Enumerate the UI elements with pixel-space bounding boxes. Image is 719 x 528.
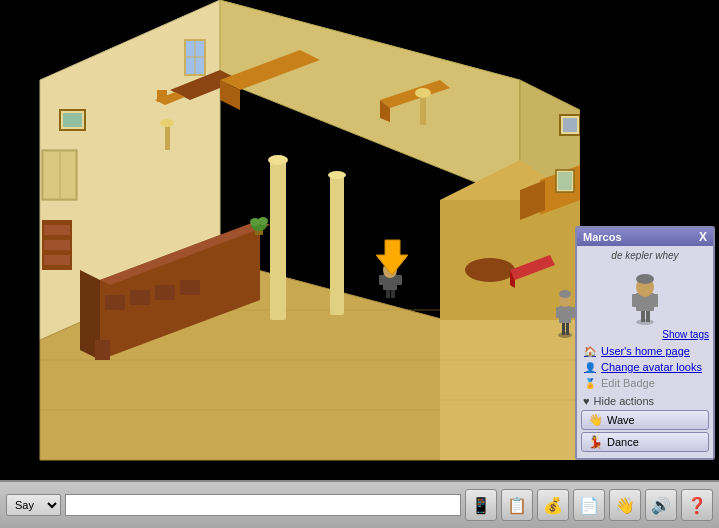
navigator-icon: 📱 [471, 496, 491, 515]
heart-icon: ♥ [583, 395, 590, 407]
svg-point-85 [636, 274, 654, 284]
svg-rect-83 [653, 294, 658, 307]
svg-rect-74 [556, 307, 560, 318]
home-page-link[interactable]: 🏠 User's home page [581, 343, 709, 359]
svg-rect-82 [632, 294, 637, 307]
user-panel-body: de kepler whey Show tags 🏠 User's home p… [577, 246, 713, 458]
user-avatar-area [581, 265, 709, 325]
svg-point-23 [328, 171, 346, 179]
svg-point-19 [258, 217, 268, 225]
badge-icon: 🏅 [583, 376, 597, 390]
avatar-icon: 👤 [583, 360, 597, 374]
help-button[interactable]: ❓ [681, 489, 713, 521]
svg-point-77 [559, 290, 571, 298]
svg-point-50 [465, 258, 515, 282]
dance-icon: 💃 [588, 435, 603, 449]
svg-rect-26 [157, 90, 167, 102]
svg-rect-33 [165, 125, 170, 150]
svg-rect-38 [63, 113, 82, 127]
svg-rect-49 [44, 255, 70, 265]
catalog-button[interactable]: 📋 [501, 489, 533, 521]
svg-rect-20 [270, 160, 286, 320]
sound-icon: 🔊 [651, 496, 671, 515]
chat-input[interactable] [65, 494, 461, 516]
svg-marker-67 [440, 320, 580, 460]
svg-rect-47 [44, 225, 70, 235]
furni-icon: 📄 [579, 496, 599, 515]
svg-rect-22 [330, 175, 344, 315]
svg-rect-40 [563, 118, 577, 132]
user-avatar [625, 265, 665, 325]
svg-rect-72 [566, 322, 569, 335]
svg-rect-31 [420, 95, 426, 125]
dance-button[interactable]: 💃 Dance [581, 432, 709, 452]
hand-button[interactable]: 👋 [609, 489, 641, 521]
username-label: Marcos [583, 231, 622, 243]
wave-button[interactable]: 👋 Wave [581, 410, 709, 430]
home-icon: 🏠 [583, 344, 597, 358]
catalog-icon: 📋 [507, 496, 527, 515]
navigator-button[interactable]: 📱 [465, 489, 497, 521]
svg-rect-71 [562, 322, 565, 335]
hand-icon: 👋 [615, 496, 635, 515]
user-panel: Marcos X de kepler whey Show tags 🏠 User… [575, 226, 715, 460]
say-dropdown[interactable]: Say Shout Whisper [6, 494, 61, 516]
sound-button[interactable]: 🔊 [645, 489, 677, 521]
svg-marker-61 [376, 240, 408, 275]
svg-rect-58 [397, 275, 402, 285]
close-button[interactable]: X [699, 230, 707, 244]
svg-point-34 [160, 119, 174, 127]
svg-rect-48 [44, 240, 70, 250]
svg-rect-73 [559, 306, 571, 323]
svg-rect-43 [61, 152, 75, 198]
svg-rect-14 [155, 285, 175, 300]
user-status: de kepler whey [581, 250, 709, 261]
svg-rect-42 [44, 152, 59, 198]
user-panel-header: Marcos X [577, 228, 713, 246]
svg-point-21 [268, 155, 288, 165]
svg-point-32 [415, 88, 431, 98]
svg-marker-1 [220, 0, 520, 200]
svg-rect-45 [95, 340, 110, 360]
svg-rect-13 [130, 290, 150, 305]
furni-button[interactable]: 📄 [573, 489, 605, 521]
show-tags-link[interactable]: Show tags [581, 329, 709, 340]
svg-rect-15 [180, 280, 200, 295]
svg-rect-66 [558, 172, 572, 190]
svg-rect-44 [100, 320, 112, 328]
actions-section: ♥ Hide actions 👋 Wave 💃 Dance [581, 394, 709, 452]
inventory-icon: 💰 [543, 496, 563, 515]
svg-rect-12 [105, 295, 125, 310]
bottom-toolbar: Say Shout Whisper 📱 📋 💰 📄 👋 🔊 ❓ [0, 480, 719, 528]
inventory-button[interactable]: 💰 [537, 489, 569, 521]
help-icon: ❓ [687, 496, 707, 515]
avatar-looks-link[interactable]: 👤 Change avatar looks [581, 359, 709, 375]
svg-rect-57 [379, 275, 384, 285]
edit-badge-link: 🏅 Edit Badge [581, 375, 709, 391]
hide-actions-link[interactable]: ♥ Hide actions [581, 394, 709, 408]
wave-icon: 👋 [588, 413, 603, 427]
